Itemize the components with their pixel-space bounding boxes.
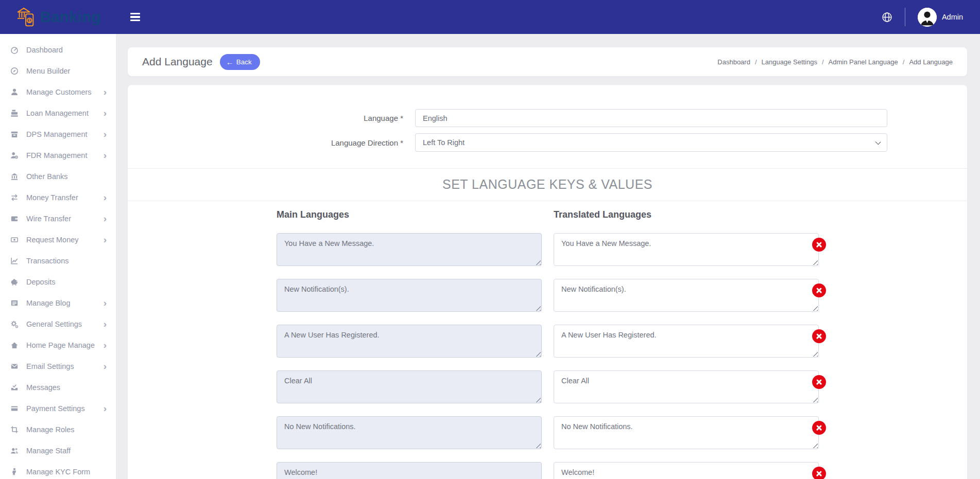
delete-row-button[interactable] bbox=[812, 283, 826, 297]
sidebar-item-label: Email Settings bbox=[26, 362, 74, 370]
sidebar-item-request-money[interactable]: Request Money› bbox=[0, 229, 116, 250]
sidebar-item-loan-management[interactable]: Loan Management› bbox=[0, 102, 116, 123]
language-keys-section: Main Languages Translated Languages You … bbox=[277, 201, 838, 479]
translated-language-textarea[interactable]: A New User Has Registered. bbox=[554, 325, 819, 358]
money-bill-icon bbox=[10, 236, 20, 244]
sidebar-item-fdr-management[interactable]: FDR Management› bbox=[0, 145, 116, 166]
language-key-row: A New User Has Registered. A New User Ha… bbox=[277, 325, 838, 358]
sidebar-item-payment-settings[interactable]: Payment Settings› bbox=[0, 398, 116, 419]
sidebar-menu: DashboardMenu BuilderManage Customers›Lo… bbox=[0, 34, 116, 479]
breadcrumb-separator: / bbox=[755, 58, 757, 66]
language-key-row: Welcome! Welcome! bbox=[277, 462, 838, 479]
sidebar-item-money-transfer[interactable]: Money Transfer› bbox=[0, 187, 116, 208]
close-x-icon bbox=[812, 375, 826, 389]
language-input[interactable] bbox=[415, 109, 887, 127]
breadcrumb-link[interactable]: Admin Panel Language bbox=[829, 58, 898, 66]
main-languages-header: Main Languages bbox=[277, 209, 554, 220]
sidebar-item-general-settings[interactable]: General Settings› bbox=[0, 313, 116, 334]
person-icon bbox=[10, 468, 20, 476]
sidebar-item-label: Manage Blog bbox=[26, 299, 70, 307]
sidebar-item-label: Messages bbox=[26, 383, 60, 392]
breadcrumb-link: Add Language bbox=[909, 58, 953, 66]
close-x-icon bbox=[812, 283, 826, 297]
close-x-icon bbox=[812, 238, 826, 252]
chevron-right-icon: › bbox=[104, 319, 107, 329]
main-language-textarea: You Have a New Message. bbox=[277, 233, 542, 266]
translated-language-textarea[interactable]: Welcome! bbox=[554, 462, 819, 479]
crop-icon bbox=[10, 425, 20, 434]
sidebar-item-dashboard[interactable]: Dashboard bbox=[0, 39, 116, 60]
svg-text:$: $ bbox=[28, 18, 31, 23]
sidebar-item-menu-builder[interactable]: Menu Builder bbox=[0, 60, 116, 81]
sidebar-item-label: Payment Settings bbox=[26, 404, 85, 413]
sidebar-toggle-button[interactable] bbox=[130, 13, 140, 21]
main-language-textarea: Welcome! bbox=[277, 462, 542, 479]
sidebar-item-wire-transfer[interactable]: Wire Transfer› bbox=[0, 208, 116, 229]
admin-avatar bbox=[918, 8, 937, 27]
cash-register-icon bbox=[10, 109, 20, 117]
inbox-check-icon bbox=[10, 383, 20, 392]
sidebar-item-dps-management[interactable]: DPS Management› bbox=[0, 123, 116, 145]
language-key-row: Clear All Clear All bbox=[277, 370, 838, 403]
close-x-icon bbox=[812, 421, 826, 435]
language-rows: You Have a New Message. You Have a New M… bbox=[277, 233, 838, 479]
section-title: SET LANGUAGE KEYS & VALUES bbox=[128, 169, 967, 201]
sidebar-item-transactions[interactable]: Transactions bbox=[0, 250, 116, 271]
sidebar-item-manage-staff[interactable]: Manage Staff bbox=[0, 440, 116, 461]
sidebar-item-label: Loan Management bbox=[26, 109, 89, 117]
delete-row-button[interactable] bbox=[812, 375, 826, 389]
sidebar-item-label: Manage Customers bbox=[26, 88, 92, 96]
user-icon bbox=[10, 88, 20, 96]
translated-language-textarea[interactable]: No New Notifications. bbox=[554, 416, 819, 449]
sidebar-item-label: Request Money bbox=[26, 236, 79, 244]
sidebar-item-label: General Settings bbox=[26, 320, 82, 328]
sidebar-item-email-settings[interactable]: Email Settings› bbox=[0, 356, 116, 377]
sidebar-item-label: Manage Staff bbox=[26, 447, 71, 455]
language-globe-icon[interactable] bbox=[882, 12, 892, 23]
sidebar-item-manage-blog[interactable]: Manage Blog› bbox=[0, 292, 116, 313]
sidebar-item-manage-customers[interactable]: Manage Customers› bbox=[0, 81, 116, 102]
delete-row-button[interactable] bbox=[812, 329, 826, 343]
sidebar-item-manage-kyc-form[interactable]: Manage KYC Form bbox=[0, 461, 116, 479]
sidebar-item-label: Dashboard bbox=[26, 46, 63, 54]
users-icon bbox=[10, 447, 20, 455]
sidebar-item-home-page-manage[interactable]: Home Page Manage› bbox=[0, 334, 116, 356]
close-x-icon bbox=[812, 329, 826, 343]
admin-user-menu[interactable]: Admin bbox=[918, 8, 963, 27]
breadcrumb-separator: / bbox=[822, 58, 824, 66]
sidebar-item-label: Other Banks bbox=[26, 172, 68, 181]
sidebar-item-deposits[interactable]: Deposits bbox=[0, 271, 116, 292]
cogs-icon bbox=[10, 320, 20, 328]
blog-icon bbox=[10, 299, 20, 307]
translated-language-textarea[interactable]: Clear All bbox=[554, 370, 819, 403]
brand-logo[interactable]: $ Banking bbox=[0, 6, 116, 28]
delete-row-button[interactable] bbox=[812, 467, 826, 479]
translated-language-textarea[interactable]: New Notification(s). bbox=[554, 279, 819, 312]
sidebar-item-other-banks[interactable]: Other Banks bbox=[0, 166, 116, 187]
main-language-textarea: No New Notifications. bbox=[277, 416, 542, 449]
user-gear-icon bbox=[10, 151, 20, 159]
delete-row-button[interactable] bbox=[812, 238, 826, 252]
navbar-divider bbox=[905, 8, 905, 26]
sidebar-item-manage-roles[interactable]: Manage Roles bbox=[0, 419, 116, 440]
language-key-row: No New Notifications. No New Notificatio… bbox=[277, 416, 838, 449]
chevron-right-icon: › bbox=[104, 150, 107, 160]
sidebar-item-label: Transactions bbox=[26, 257, 68, 265]
sidebar-item-messages[interactable]: Messages bbox=[0, 377, 116, 398]
add-language-card: Language * Language Direction * Left To … bbox=[128, 85, 967, 479]
delete-row-button[interactable] bbox=[812, 421, 826, 435]
breadcrumb-link[interactable]: Language Settings bbox=[762, 58, 817, 66]
sidebar-item-label: DPS Management bbox=[26, 130, 87, 138]
sidebar-item-label: Manage KYC Form bbox=[26, 468, 90, 476]
chevron-right-icon: › bbox=[104, 87, 107, 97]
language-direction-select[interactable]: Left To Right bbox=[415, 133, 887, 152]
compass-icon bbox=[10, 67, 20, 75]
main-language-textarea: New Notification(s). bbox=[277, 279, 542, 312]
archive-icon bbox=[10, 130, 20, 138]
chevron-right-icon: › bbox=[104, 298, 107, 308]
back-button[interactable]: ← Back bbox=[220, 54, 260, 70]
translated-language-textarea[interactable]: You Have a New Message. bbox=[554, 233, 819, 266]
breadcrumb-link[interactable]: Dashboard bbox=[717, 58, 750, 66]
breadcrumb: Dashboard/Language Settings/Admin Panel … bbox=[717, 58, 953, 66]
chevron-right-icon: › bbox=[104, 340, 107, 350]
